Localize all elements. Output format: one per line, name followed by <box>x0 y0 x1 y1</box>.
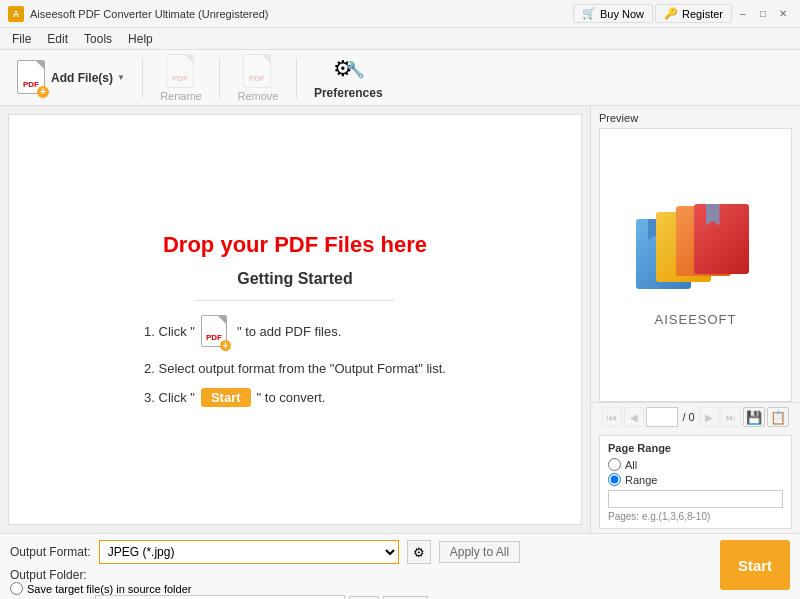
nav-prev-button[interactable]: ◀ <box>624 407 644 427</box>
menu-tools[interactable]: Tools <box>76 30 120 48</box>
save-source-label: Save target file(s) in source folder <box>27 583 191 595</box>
format-row: Output Format: JPEG (*.jpg) ⚙ Apply to A… <box>10 540 712 564</box>
bottom-left: Output Format: JPEG (*.jpg) ⚙ Apply to A… <box>10 540 712 599</box>
apply-all-button[interactable]: Apply to All <box>439 541 520 563</box>
menu-help[interactable]: Help <box>120 30 161 48</box>
bottom-content: Output Format: JPEG (*.jpg) ⚙ Apply to A… <box>10 540 790 599</box>
nav-first-button[interactable]: ⏮ <box>602 407 622 427</box>
all-radio[interactable] <box>608 458 621 471</box>
pages-hint: Pages: e.g.(1,3,6,8-10) <box>608 511 783 522</box>
minimize-button[interactable]: – <box>734 4 752 22</box>
remove-label: Remove <box>237 90 278 102</box>
page-range-title: Page Range <box>608 442 783 454</box>
nav-copy-icon[interactable]: 📋 <box>767 407 789 427</box>
preferences-icon: ⚙ 🔧 <box>333 56 363 86</box>
maximize-button[interactable]: □ <box>754 4 772 22</box>
divider <box>195 300 395 301</box>
rename-button[interactable]: PDF Rename <box>151 49 211 107</box>
add-files-button[interactable]: PDF + Add File(s) ▼ <box>8 51 134 105</box>
preferences-label: Preferences <box>314 86 383 100</box>
customize-row: Customize: ••• Open <box>10 595 712 599</box>
range-input[interactable] <box>608 490 783 508</box>
remove-icon: PDF <box>243 54 273 90</box>
app-icon: A <box>8 6 24 22</box>
main-area: Drop your PDF Files here Getting Started… <box>0 106 800 533</box>
step3-row: 3. Click " Start " to convert. <box>144 388 446 407</box>
page-layer-4 <box>694 204 749 274</box>
path-input[interactable] <box>95 595 345 599</box>
drop-zone[interactable]: Drop your PDF Files here Getting Started… <box>8 114 582 525</box>
rename-icon: PDF <box>166 54 196 90</box>
save-source-row: Save target file(s) in source folder <box>10 582 712 595</box>
step1-row: 1. Click " PDF + " to add PDF files. <box>144 313 446 349</box>
menu-bar: File Edit Tools Help <box>0 28 800 50</box>
aiseesoft-logo-pages <box>636 204 756 304</box>
key-icon: 🔑 <box>664 7 678 20</box>
register-button[interactable]: 🔑 Register <box>655 4 732 23</box>
step2-text: 2. Select output format from the "Output… <box>144 361 446 376</box>
page-range-panel: Page Range All Range Pages: e.g.(1,3,6,8… <box>599 435 792 529</box>
buy-now-button[interactable]: 🛒 Buy Now <box>573 4 653 23</box>
add-files-icon: PDF + <box>17 60 47 96</box>
nav-next-button[interactable]: ▶ <box>699 407 719 427</box>
output-folder-label-row: Output Folder: <box>10 568 712 582</box>
preview-image-area: AISEESOFT <box>599 128 792 402</box>
step1-before: 1. Click " <box>144 324 195 339</box>
window-title: Aiseesoft PDF Converter Ultimate (Unregi… <box>30 8 268 20</box>
toolbar-separator-2 <box>219 58 220 98</box>
page-number-input[interactable] <box>646 407 678 427</box>
preview-panel: Preview AISEESOFT ⏮ ◀ / 0 ▶ ⏭ 💾 <box>590 106 800 533</box>
menu-file[interactable]: File <box>4 30 39 48</box>
add-files-label: Add File(s) <box>51 71 113 85</box>
all-label: All <box>625 459 637 471</box>
preferences-button[interactable]: ⚙ 🔧 Preferences <box>305 51 392 105</box>
window-controls: 🛒 Buy Now 🔑 Register – □ ✕ <box>573 4 792 23</box>
start-button[interactable]: Start <box>720 540 790 590</box>
step1-icon: PDF + <box>201 315 227 347</box>
format-label: Output Format: <box>10 545 91 559</box>
range-radio-row: Range <box>608 473 783 486</box>
getting-started-title: Getting Started <box>237 270 353 288</box>
preview-nav: ⏮ ◀ / 0 ▶ ⏭ 💾 📋 <box>591 402 800 431</box>
step2-row: 2. Select output format from the "Output… <box>144 361 446 376</box>
step3-start-badge: Start <box>201 388 251 407</box>
range-radio[interactable] <box>608 473 621 486</box>
toolbar-separator-1 <box>142 58 143 98</box>
format-settings-button[interactable]: ⚙ <box>407 540 431 564</box>
title-bar: A Aiseesoft PDF Converter Ultimate (Unre… <box>0 0 800 28</box>
output-folder-section: Output Folder: Save target file(s) in so… <box>10 568 712 599</box>
remove-button[interactable]: PDF Remove <box>228 49 288 107</box>
all-radio-row: All <box>608 458 783 471</box>
output-folder-label: Output Folder: <box>10 568 87 582</box>
cart-icon: 🛒 <box>582 7 596 20</box>
step1-after: " to add PDF files. <box>237 324 341 339</box>
aiseesoft-brand: AISEESOFT <box>655 312 737 327</box>
nav-last-button[interactable]: ⏭ <box>721 407 741 427</box>
drop-text: Drop your PDF Files here <box>163 232 427 258</box>
instructions: 1. Click " PDF + " to add PDF files. 2. … <box>124 313 466 407</box>
nav-save-icon[interactable]: 💾 <box>743 407 765 427</box>
register-label: Register <box>682 8 723 20</box>
toolbar-separator-3 <box>296 58 297 98</box>
dropdown-arrow-icon: ▼ <box>117 73 125 82</box>
preview-label: Preview <box>591 106 800 128</box>
step3-before: 3. Click " <box>144 390 195 405</box>
close-button[interactable]: ✕ <box>774 4 792 22</box>
range-label: Range <box>625 474 657 486</box>
bottom-bar: Output Format: JPEG (*.jpg) ⚙ Apply to A… <box>0 533 800 599</box>
format-select[interactable]: JPEG (*.jpg) <box>99 540 399 564</box>
buy-now-label: Buy Now <box>600 8 644 20</box>
rename-label: Rename <box>160 90 202 102</box>
save-source-radio[interactable] <box>10 582 23 595</box>
step3-after: " to convert. <box>257 390 326 405</box>
menu-edit[interactable]: Edit <box>39 30 76 48</box>
page-total: / 0 <box>680 411 696 423</box>
toolbar: PDF + Add File(s) ▼ PDF Rename PDF Remov… <box>0 50 800 106</box>
